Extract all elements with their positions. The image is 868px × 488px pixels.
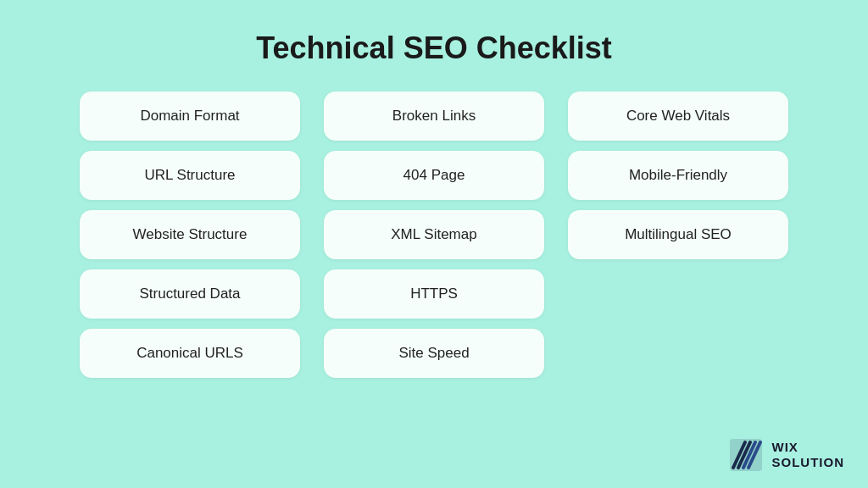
checklist-grid: Domain Format Broken Links Core Web Vita… [12,92,856,378]
list-item: Multilingual SEO [568,210,788,259]
list-item: Broken Links [324,92,544,141]
logo-solution-label: SOLUTION [772,455,845,470]
list-item: Core Web Vitals [568,92,788,141]
empty-cell [568,269,788,319]
list-item: Structured Data [80,269,300,319]
list-item: Mobile-Friendly [568,151,788,200]
empty-cell [568,329,788,378]
list-item: 404 Page [324,151,544,200]
logo-text: WIX SOLUTION [772,440,845,470]
list-item: Website Structure [80,210,300,259]
logo: WIX SOLUTION [728,437,845,473]
wix-logo-icon [728,437,764,473]
list-item: XML Sitemap [324,210,544,259]
list-item: Canonical URLS [80,329,300,378]
page-title: Technical SEO Checklist [256,30,611,66]
list-item: HTTPS [324,269,544,319]
list-item: Site Speed [324,329,544,378]
list-item: Domain Format [80,92,300,141]
list-item: URL Structure [80,151,300,200]
logo-wix-label: WIX [772,440,845,455]
